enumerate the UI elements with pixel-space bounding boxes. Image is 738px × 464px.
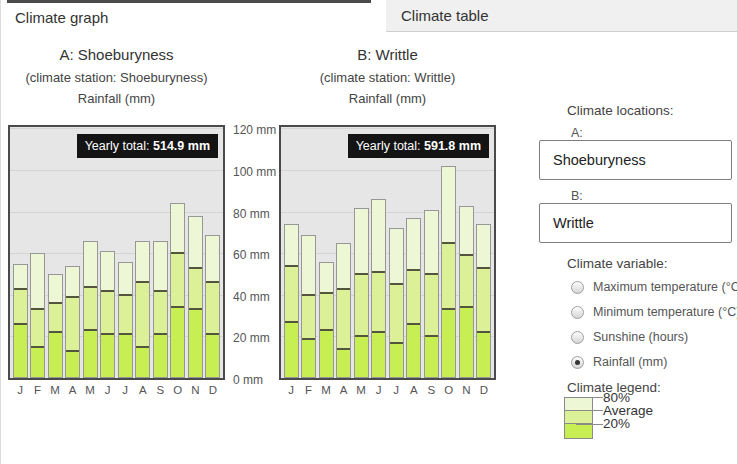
- chart-a-heading: A: Shoeburyness (climate station: Shoebu…: [8, 45, 225, 107]
- rainfall-bar: [153, 241, 168, 378]
- rainfall-bar: [188, 216, 203, 378]
- band-80: [101, 252, 114, 289]
- radio-row-min-temperature[interactable]: Minimum temperature (°C): [571, 304, 738, 320]
- band-80: [285, 225, 298, 265]
- radio-row-sunshine[interactable]: Sunshine (hours): [571, 329, 688, 345]
- legend-connector: [576, 397, 603, 398]
- radio-row-rainfall[interactable]: Rainfall (mm): [571, 354, 667, 370]
- band-20: [337, 348, 350, 377]
- band-80: [460, 207, 473, 255]
- band-average: [101, 290, 114, 334]
- month-tick-label: M: [83, 384, 98, 396]
- radio-button-icon[interactable]: [571, 331, 584, 344]
- band-average: [320, 292, 333, 329]
- location-a-label: A:: [571, 126, 583, 140]
- band-average: [66, 296, 79, 350]
- rainfall-bar: [371, 199, 386, 378]
- chart-a-month-axis: JFMAMJJASOND: [10, 384, 223, 396]
- band-20: [477, 331, 490, 377]
- band-20: [355, 335, 368, 377]
- month-tick-label: J: [371, 384, 386, 396]
- band-80: [84, 242, 97, 286]
- band-average: [302, 294, 315, 338]
- location-a-input[interactable]: [539, 140, 732, 180]
- radio-button-icon[interactable]: [571, 306, 584, 319]
- chart-a-station: (climate station: Shoeburyness): [8, 69, 225, 86]
- month-tick-label: M: [48, 384, 63, 396]
- y-tick-label: 120 mm: [233, 122, 281, 138]
- band-average: [425, 273, 438, 335]
- band-80: [425, 211, 438, 273]
- band-average: [477, 267, 490, 332]
- y-tick-label: 20 mm: [233, 330, 281, 346]
- rainfall-bar: [170, 203, 185, 378]
- radio-label: Minimum temperature (°C): [593, 305, 738, 319]
- chart-a-variable: Rainfall (mm): [8, 90, 225, 107]
- radio-button-selected-icon[interactable]: [571, 356, 584, 369]
- month-tick-label: M: [354, 384, 369, 396]
- band-20: [390, 342, 403, 377]
- band-20: [119, 333, 132, 377]
- tab-climate-graph[interactable]: Climate graph: [7, 0, 371, 33]
- band-average: [84, 286, 97, 330]
- band-average: [189, 267, 202, 309]
- climate-variable-heading: Climate variable:: [567, 256, 668, 271]
- legend-band-80: [565, 398, 592, 410]
- month-tick-label: O: [441, 384, 456, 396]
- chart-b-station: (climate station: Writtle): [279, 69, 496, 86]
- band-80: [337, 244, 350, 288]
- gridline: [10, 170, 223, 171]
- band-80: [189, 217, 202, 267]
- month-tick-label: D: [205, 384, 220, 396]
- chart-b-heading: B: Writtle (climate station: Writtle) Ra…: [279, 45, 496, 107]
- band-average: [171, 252, 184, 306]
- band-average: [355, 273, 368, 335]
- band-80: [119, 263, 132, 294]
- band-average: [31, 308, 44, 345]
- rainfall-bar: [459, 206, 474, 378]
- band-average: [460, 254, 473, 306]
- month-tick-label: N: [459, 384, 474, 396]
- yearly-total-label: Yearly total:: [356, 139, 421, 153]
- band-average: [390, 283, 403, 341]
- month-tick-label: F: [30, 384, 45, 396]
- month-tick-label: A: [406, 384, 421, 396]
- climate-app-page: Climate graph Climate table A: Shoeburyn…: [0, 0, 738, 464]
- radio-row-max-temperature[interactable]: Maximum temperature (°C): [571, 279, 738, 295]
- band-80: [320, 263, 333, 292]
- chart-b-variable: Rainfall (mm): [279, 90, 496, 107]
- month-tick-label: S: [153, 384, 168, 396]
- rainfall-bar: [30, 253, 45, 378]
- radio-label: Sunshine (hours): [593, 330, 688, 344]
- month-tick-label: A: [135, 384, 150, 396]
- band-80: [66, 267, 79, 296]
- band-20: [320, 329, 333, 377]
- band-20: [101, 333, 114, 377]
- location-b-label: B:: [571, 189, 583, 203]
- location-b-input[interactable]: [539, 203, 732, 243]
- band-80: [154, 242, 167, 290]
- tab-climate-table[interactable]: Climate table: [386, 0, 737, 32]
- radio-label: Maximum temperature (°C): [593, 280, 738, 294]
- band-average: [442, 242, 455, 309]
- band-average: [49, 302, 62, 331]
- rainfall-bar: [13, 264, 28, 378]
- yearly-total-value: 514.9 mm: [153, 139, 210, 153]
- band-20: [171, 306, 184, 377]
- band-80: [171, 204, 184, 252]
- legend-label-20: 20%: [603, 417, 630, 430]
- radio-button-icon[interactable]: [571, 281, 584, 294]
- chart-b-bars: [281, 166, 494, 378]
- band-average: [285, 265, 298, 321]
- band-20: [31, 346, 44, 377]
- radio-label: Rainfall (mm): [593, 355, 667, 369]
- band-20: [460, 306, 473, 377]
- month-tick-label: N: [188, 384, 203, 396]
- rainfall-bar: [319, 262, 334, 378]
- band-80: [49, 275, 62, 302]
- band-average: [407, 269, 420, 323]
- band-average: [154, 290, 167, 334]
- rainfall-bar: [354, 208, 369, 378]
- band-average: [337, 288, 350, 348]
- chart-a-yearly-total-badge: Yearly total: 514.9 mm: [77, 134, 218, 158]
